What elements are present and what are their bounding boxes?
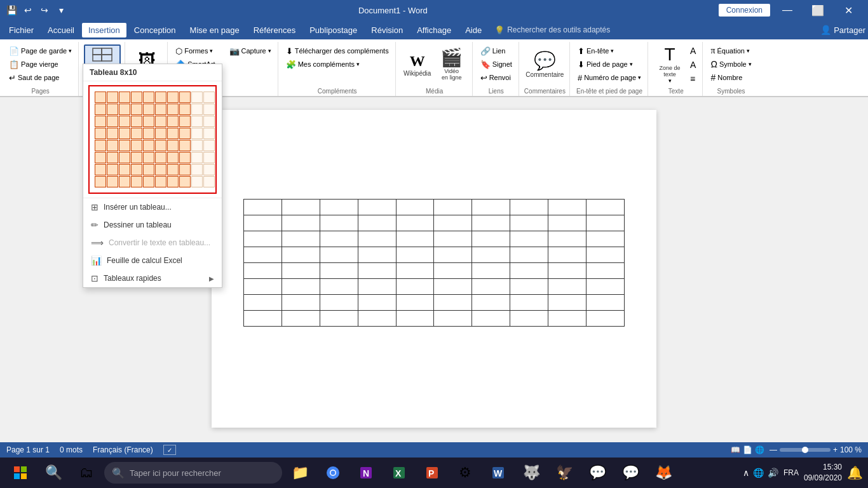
grid-cell[interactable] [95, 128, 106, 139]
taskbar-powerpoint[interactable]: P [417, 458, 447, 488]
symbole-button[interactable]: ΩSymbole▾ [708, 58, 754, 71]
taskbar-skype[interactable]: 💬 [615, 458, 646, 488]
grid-cell[interactable] [179, 140, 191, 151]
saut-de-page-button[interactable]: ↵Saut de page [6, 71, 74, 84]
tray-expand-icon[interactable]: ∧ [743, 468, 749, 478]
menu-affichage[interactable]: Affichage [410, 23, 458, 37]
taskbar-firefox[interactable]: 🦊 [648, 458, 679, 488]
grid-cell[interactable] [107, 116, 118, 127]
taskbar-language[interactable]: FRA [783, 468, 799, 477]
zoom-in-icon[interactable]: + [833, 445, 837, 454]
numero-de-page-button[interactable]: #Numéro de page▾ [575, 71, 644, 84]
grid-cell[interactable] [131, 92, 142, 103]
texte-btn-3[interactable]: ≡ [688, 72, 698, 85]
taskbar-time-date[interactable]: 15:30 09/09/2020 [804, 462, 842, 484]
dessiner-tableau-item[interactable]: ✏ Dessiner un tableau [83, 216, 222, 234]
minimize-button[interactable]: — [773, 0, 802, 20]
grid-cell[interactable] [95, 164, 106, 175]
grid-cell[interactable] [131, 116, 142, 127]
grid-cell[interactable] [143, 92, 154, 103]
grid-cell[interactable] [179, 164, 191, 175]
grid-cell[interactable] [131, 128, 142, 139]
grid-cell[interactable] [143, 116, 154, 127]
read-view-icon[interactable]: 📖 [731, 445, 740, 454]
grid-cell[interactable] [95, 176, 106, 187]
zoom-out-icon[interactable]: — [770, 445, 777, 454]
grid-cell[interactable] [167, 140, 179, 151]
task-view-button[interactable]: 🗂 [71, 458, 102, 488]
texte-btn-1[interactable]: A [688, 44, 698, 57]
document-page[interactable] [212, 110, 656, 428]
renvoi-button[interactable]: ↩Renvoi [478, 71, 515, 84]
grid-cell[interactable] [119, 128, 130, 139]
grid-cell[interactable] [167, 164, 179, 175]
proofing-icon[interactable]: ✓ [163, 445, 176, 455]
grid-cell[interactable] [191, 140, 203, 151]
grid-cell[interactable] [203, 176, 215, 187]
grid-cell[interactable] [179, 128, 191, 139]
grid-cell[interactable] [155, 104, 166, 115]
menu-accueil[interactable]: Accueil [41, 23, 81, 37]
menu-references[interactable]: Références [247, 23, 302, 37]
commentaire-button[interactable]: 💬 Commentaire [528, 44, 561, 85]
wikipedia-button[interactable]: W Wikipédia [401, 44, 434, 85]
grid-cell[interactable] [203, 116, 215, 127]
grid-cell[interactable] [179, 92, 191, 103]
grid-cell[interactable] [203, 140, 215, 151]
grid-cell[interactable] [119, 140, 130, 151]
grid-cell[interactable] [107, 164, 118, 175]
grid-cell[interactable] [203, 152, 215, 163]
tray-volume-icon[interactable]: 🔊 [768, 468, 778, 478]
grid-cell[interactable] [131, 104, 142, 115]
grid-cell[interactable] [167, 116, 179, 127]
taskbar-excel[interactable]: X [384, 458, 414, 488]
grid-cell[interactable] [131, 140, 142, 151]
start-button[interactable] [5, 458, 36, 488]
grid-cell[interactable] [119, 152, 130, 163]
grid-cell[interactable] [119, 164, 130, 175]
menu-aide[interactable]: Aide [459, 23, 488, 37]
customize-icon[interactable]: ▾ [55, 4, 67, 17]
taskbar-settings[interactable]: ⚙ [450, 458, 480, 488]
save-icon[interactable]: 💾 [5, 4, 18, 17]
taskbar-edge[interactable]: 🦅 [549, 458, 580, 488]
web-view-icon[interactable]: 🌐 [755, 445, 764, 454]
feuille-calcul-item[interactable]: 📊 Feuille de calcul Excel [83, 252, 222, 269]
grid-cell[interactable] [143, 104, 154, 115]
texte-btn-2[interactable]: A [688, 58, 698, 71]
grid-cell[interactable] [179, 152, 191, 163]
grid-cell[interactable] [155, 128, 166, 139]
signet-button[interactable]: 🔖Signet [478, 58, 515, 71]
grid-cell[interactable] [143, 152, 154, 163]
grid-cell[interactable] [107, 176, 118, 187]
grid-cell[interactable] [191, 92, 203, 103]
search-taskbar-button[interactable]: 🔍 [38, 458, 69, 488]
taskbar-scooter[interactable]: 🐺 [516, 458, 546, 488]
menu-publipostage[interactable]: Publipostage [303, 23, 363, 37]
grid-cell[interactable] [95, 92, 106, 103]
grid-cell[interactable] [131, 152, 142, 163]
share-button[interactable]: 👤 Partager [820, 25, 865, 35]
close-button[interactable]: ✕ [834, 0, 863, 20]
maximize-button[interactable]: ⬜ [803, 0, 832, 20]
grid-cell[interactable] [143, 140, 154, 151]
undo-icon[interactable]: ↩ [22, 4, 34, 17]
grid-cell[interactable] [155, 140, 166, 151]
grid-cell[interactable] [95, 104, 106, 115]
grid-cell[interactable] [179, 104, 191, 115]
print-view-icon[interactable]: 📄 [743, 445, 752, 454]
connexion-button[interactable]: Connexion [719, 4, 770, 17]
zoom-slider[interactable] [780, 448, 831, 452]
grid-cell[interactable] [119, 116, 130, 127]
grid-cell[interactable] [155, 164, 166, 175]
grid-cell[interactable] [119, 104, 130, 115]
grid-cell[interactable] [179, 116, 191, 127]
entete-button[interactable]: ⬆En-tête▾ [575, 44, 644, 57]
inserer-tableau-item[interactable]: ⊞ Insérer un tableau... [83, 198, 222, 216]
pied-de-page-button[interactable]: ⬇Pied de page▾ [575, 58, 644, 71]
grid-cell[interactable] [179, 176, 191, 187]
grid-cell[interactable] [203, 128, 215, 139]
formes-button[interactable]: ⬡Formes▾ [173, 44, 222, 57]
menu-mise-en-page[interactable]: Mise en page [184, 23, 246, 37]
taskbar-explorer[interactable]: 📁 [285, 458, 315, 488]
